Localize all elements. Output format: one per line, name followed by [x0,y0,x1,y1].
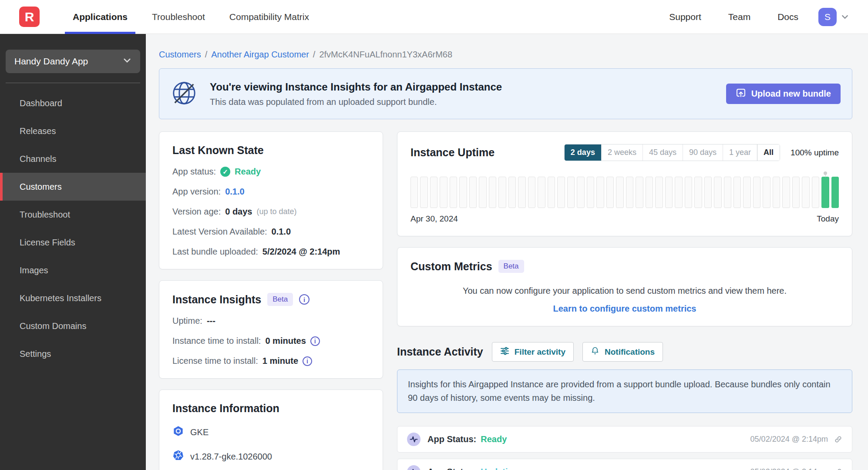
card-title: Instance Insights [172,293,261,306]
nav-link-team[interactable]: Team [728,12,750,22]
sidebar-item-troubleshoot[interactable]: Troubleshoot [0,201,146,228]
section-title: Instance Activity [397,346,483,358]
permalink-icon[interactable] [834,468,842,470]
sidebar-item-images[interactable]: Images [0,256,146,284]
tab-applications[interactable]: Applications [61,0,140,34]
uptime-bar-empty[interactable] [498,177,506,208]
uptime-bar-empty[interactable] [420,177,427,208]
sidebar-item-license-fields[interactable]: License Fields [0,228,146,256]
uptime-bar-empty[interactable] [508,177,516,208]
range-all[interactable]: All [757,144,780,161]
uptime-bar-empty[interactable] [587,177,594,208]
upload-new-bundle-button[interactable]: Upload new bundle [726,84,841,104]
breadcrumb-customers[interactable]: Customers [159,50,201,60]
range-45-days[interactable]: 45 days [643,144,683,161]
uptime-bar-empty[interactable] [655,177,663,208]
uptime-bar-empty[interactable] [548,177,555,208]
uptime-bar-empty[interactable] [538,177,545,208]
primary-tabs: Applications Troubleshoot Compatibility … [61,0,321,34]
range-90-days[interactable]: 90 days [683,144,723,161]
uptime-bar-empty[interactable] [782,177,790,208]
sidebar-item-channels[interactable]: Channels [0,145,146,173]
info-icon[interactable]: i [299,294,310,305]
uptime-bar-empty[interactable] [459,177,467,208]
nav-link-docs[interactable]: Docs [777,12,798,22]
uptime-bar-empty[interactable] [694,177,702,208]
uptime-bar-empty[interactable] [567,177,575,208]
uptime-bar-empty[interactable] [714,177,721,208]
uptime-bars [410,177,839,208]
uptime-bar-empty[interactable] [704,177,712,208]
uptime-bar-empty[interactable] [596,177,604,208]
uptime-bar-up[interactable] [821,177,829,208]
uptime-bar-empty[interactable] [489,177,496,208]
uptime-bar-empty[interactable] [528,177,535,208]
uptime-bar-empty[interactable] [616,177,623,208]
uptime-bar-empty[interactable] [773,177,780,208]
airgap-history-notice: Insights for this Airgapped Instance are… [397,369,852,413]
replicated-logo[interactable]: R [19,7,40,27]
card-title: Instance Information [172,402,370,415]
nav-link-support[interactable]: Support [669,12,701,22]
uptime-bar-empty[interactable] [792,177,800,208]
uptime-bar-empty[interactable] [479,177,486,208]
info-icon[interactable]: i [303,356,312,366]
range-2-days[interactable]: 2 days [565,144,601,161]
app-selector[interactable]: Handy Dandy App [6,50,140,73]
last-bundle-row: Last bundle uploaded: 5/2/2024 @ 2:14pm [172,247,370,257]
filter-sliders-icon [500,346,509,358]
uptime-end-label: Today [817,214,839,224]
uptime-bar-empty[interactable] [743,177,750,208]
last-known-state-card: Last Known State App status: ✓ Ready App… [159,131,383,269]
app-version-link[interactable]: 0.1.0 [225,187,244,197]
filter-activity-button[interactable]: Filter activity [492,342,574,362]
notifications-button[interactable]: Notifications [582,342,663,362]
uptime-bar-empty[interactable] [557,177,565,208]
sidebar-item-custom-domains[interactable]: Custom Domains [0,312,146,340]
uptime-bar-empty[interactable] [518,177,525,208]
uptime-bar-empty[interactable] [577,177,584,208]
uptime-bar-empty[interactable] [450,177,457,208]
tab-troubleshoot[interactable]: Troubleshoot [140,0,217,34]
activity-event-row: App Status: Updating 05/02/2024 @ 2:14pm [397,459,852,470]
uptime-bar-empty[interactable] [646,177,653,208]
instance-information-card: Instance Information GKE [159,389,383,470]
uptime-bar-empty[interactable] [802,177,809,208]
uptime-bar-empty[interactable] [724,177,731,208]
uptime-bar-empty[interactable] [733,177,741,208]
range-2-weeks[interactable]: 2 weeks [601,144,643,161]
uptime-bar-up[interactable] [831,177,839,208]
info-icon[interactable]: i [310,336,320,346]
sidebar-item-customers[interactable]: Customers [0,173,146,201]
uptime-bar-empty[interactable] [430,177,437,208]
event-timestamp: 05/02/2024 @ 2:14pm [750,467,828,470]
breadcrumb-customer-name[interactable]: Another Airgap Customer [211,50,309,60]
configure-custom-metrics-link[interactable]: Learn to configure custom metrics [410,304,839,314]
uptime-bar-empty[interactable] [665,177,673,208]
sidebar-item-releases[interactable]: Releases [0,117,146,145]
app-status-row: App status: ✓ Ready [172,167,370,177]
tab-compatibility-matrix[interactable]: Compatibility Matrix [217,0,321,34]
breadcrumb-instance-id: 2fvMcK4NFuALfnonn1Y3xA6rM68 [319,50,452,60]
sidebar-item-dashboard[interactable]: Dashboard [0,89,146,117]
range-1-year[interactable]: 1 year [723,144,757,161]
uptime-bar-empty[interactable] [469,177,477,208]
avatar[interactable]: S [818,8,837,26]
sidebar-item-settings[interactable]: Settings [0,340,146,368]
card-title: Custom Metrics [410,260,492,273]
chevron-down-icon[interactable] [841,13,849,21]
uptime-bar-empty[interactable] [763,177,770,208]
uptime-bar-empty[interactable] [636,177,643,208]
uptime-bar-empty[interactable] [606,177,614,208]
instance-activity-header: Instance Activity Filter activity [397,342,852,362]
uptime-bar-empty[interactable] [685,177,692,208]
kubernetes-version-row: v1.28.7-gke.1026000 [172,450,370,463]
permalink-icon[interactable] [834,435,842,443]
uptime-bar-empty[interactable] [410,177,418,208]
uptime-bar-empty[interactable] [753,177,760,208]
uptime-bar-empty[interactable] [675,177,682,208]
uptime-bar-empty[interactable] [626,177,633,208]
uptime-bar-empty[interactable] [440,177,447,208]
uptime-bar-empty[interactable] [812,177,819,208]
sidebar-item-kubernetes-installers[interactable]: Kubernetes Installers [0,284,146,312]
